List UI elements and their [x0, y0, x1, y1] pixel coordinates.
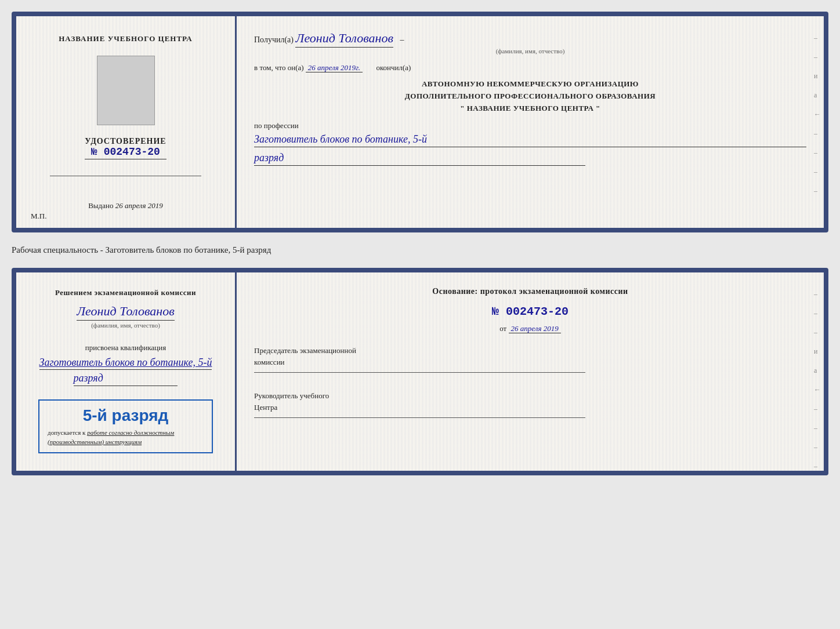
divider — [50, 176, 202, 176]
dash4: – — [814, 148, 821, 157]
top-center-name: НАЗВАНИЕ УЧЕБНОГО ЦЕНТРА — [59, 34, 193, 44]
poluchil-name: Леонид Толованов — [295, 31, 393, 48]
predsedatel-block: Председатель экзаменационной комиссии — [254, 345, 806, 373]
and1: и — [814, 72, 821, 81]
stamp-box: 5-й разряд допускается к работе согласно… — [38, 399, 213, 453]
person-name-block: Леонид Толованов (фамилия, имя, отчество… — [77, 304, 175, 337]
bdash5: – — [814, 424, 821, 432]
certificate-number: № 002473-20 — [85, 146, 166, 159]
fio-label-top: (фамилия, имя, отчество) — [254, 48, 806, 54]
stamp-grade: 5-й разряд — [48, 406, 204, 425]
vtom-label: в том, что он(а) — [254, 63, 304, 72]
top-card-right: Получил(а) Леонид Толованов – (фамилия, … — [237, 16, 824, 228]
bottom-certificate-card: Решением экзаменационной комиссии Леонид… — [12, 268, 828, 475]
dopuskaetsya-label: допускается к — [48, 429, 85, 436]
barrow1: ← — [814, 386, 821, 394]
dash5: – — [814, 168, 821, 176]
rukovoditel-line2: Центра — [254, 402, 806, 413]
specialty-text: Рабочая специальность - Заготовитель бло… — [12, 243, 828, 257]
vydano-line: Выдано 26 апреля 2019 — [88, 201, 163, 210]
ot-label: от — [499, 324, 506, 333]
top-card-left: НАЗВАНИЕ УЧЕБНОГО ЦЕНТРА УДОСТОВЕРЕНИЕ №… — [16, 16, 237, 228]
bdash1: – — [814, 290, 821, 299]
ot-date: 26 апреля 2019 — [509, 324, 561, 333]
po-professii-label: по профессии Заготовитель блоков по бота… — [254, 121, 806, 165]
ot-line: от 26 апреля 2019 — [254, 324, 806, 333]
poluchil-block: Получил(а) Леонид Толованов – (фамилия, … — [254, 31, 806, 54]
dash2: – — [814, 53, 821, 61]
bdash7: – — [814, 462, 821, 471]
razryad-bottom: разряд — [74, 372, 178, 386]
bdash4: – — [814, 405, 821, 413]
poluchil-label-text: Получил(а) — [254, 35, 294, 44]
top-certificate-card: НАЗВАНИЕ УЧЕБНОГО ЦЕНТРА УДОСТОВЕРЕНИЕ №… — [12, 12, 828, 232]
dash6: – — [814, 187, 821, 195]
predsedatel-line1: Председатель экзаменационной — [254, 345, 806, 357]
dash3: – — [814, 129, 821, 138]
band1: и — [814, 347, 821, 356]
dopuskaetsya-text: допускается к работе согласно должностны… — [48, 428, 204, 446]
razryad-top: разряд — [254, 152, 585, 166]
prisvoena-text: присвоена квалификация — [85, 343, 166, 352]
dash: – — [400, 35, 404, 44]
udostoverenie-block: УДОСТОВЕРЕНИЕ № 002473-20 — [85, 137, 166, 159]
proto-number: № 002473-20 — [254, 305, 806, 318]
person-name-bottom: Леонид Толованов — [77, 304, 175, 321]
vtom-line: в том, что он(а) 26 апреля 2019г. окончи… — [254, 63, 806, 72]
side-dashes-bottom: – – – и а ← – – – – — [814, 290, 821, 471]
fio-label-bottom: (фамилия, имя, отчество) — [77, 322, 175, 329]
vydano-label: Выдано — [88, 201, 113, 210]
po-professii-text: по профессии — [254, 121, 299, 130]
dash1: – — [814, 34, 821, 42]
vydano-date: 26 апреля 2019 — [115, 201, 163, 210]
okonchil-label: окончил(а) — [376, 63, 411, 72]
rukovoditel-block: Руководитель учебного Центра — [254, 390, 806, 418]
bdash6: – — [814, 443, 821, 452]
avto-line2: ДОПОЛНИТЕЛЬНОГО ПРОФЕССИОНАЛЬНОГО ОБРАЗО… — [254, 90, 806, 103]
bdash3: – — [814, 328, 821, 337]
bottom-card-left: Решением экзаменационной комиссии Леонид… — [16, 272, 237, 471]
band2: а — [814, 366, 821, 375]
bottom-card-right: Основание: протокол экзаменационной коми… — [237, 272, 824, 471]
arrow1: ← — [814, 110, 821, 119]
vtom-date: 26 апреля 2019г. — [306, 63, 363, 72]
page-wrapper: НАЗВАНИЕ УЧЕБНОГО ЦЕНТРА УДОСТОВЕРЕНИЕ №… — [12, 12, 828, 475]
and2: а — [814, 91, 821, 100]
mp-text: М.П. — [31, 212, 46, 221]
predsedatel-line2: комиссии — [254, 357, 806, 368]
osnovanie-title: Основание: протокол экзаменационной коми… — [254, 287, 806, 296]
side-dashes-top: – – и а ← – – – – — [814, 34, 821, 195]
avto-block: АВТОНОМНУЮ НЕКОММЕРЧЕСКУЮ ОРГАНИЗАЦИЮ ДО… — [254, 78, 806, 114]
profession-name: Заготовитель блоков по ботанике, 5-й — [254, 133, 806, 147]
avto-line1: АВТОНОМНУЮ НЕКОММЕРЧЕСКУЮ ОРГАНИЗАЦИЮ — [254, 78, 806, 90]
predsedatel-signature-line — [254, 372, 585, 373]
resheniem-text: Решением экзаменационной комиссии — [55, 287, 196, 299]
avto-line3: " НАЗВАНИЕ УЧЕБНОГО ЦЕНТРА " — [254, 103, 806, 115]
kvalifikatsiya-name: Заготовитель блоков по ботанике, 5-й — [39, 356, 212, 370]
rukovoditel-signature-line — [254, 417, 585, 418]
udostoverenie-title: УДОСТОВЕРЕНИЕ — [85, 137, 166, 146]
rukovoditel-line1: Руководитель учебного — [254, 390, 806, 402]
bdash2: – — [814, 309, 821, 318]
photo-placeholder — [97, 56, 155, 125]
poluchil-label: Получил(а) Леонид Толованов – — [254, 35, 404, 44]
